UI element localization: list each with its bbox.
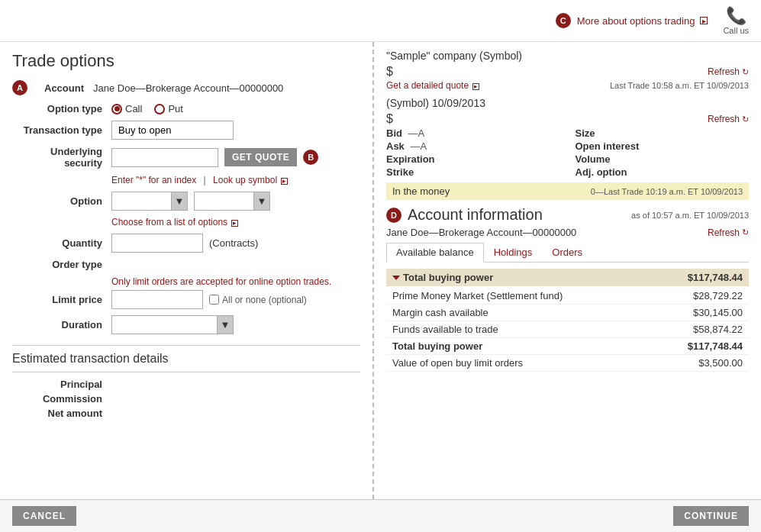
account-label: Account xyxy=(32,82,93,94)
quantity-input[interactable] xyxy=(111,234,203,253)
size-label: Size xyxy=(576,127,595,139)
order-type-row: Order type xyxy=(12,259,360,270)
commission-row: Commission xyxy=(12,393,360,405)
underlying-label: Underlying security xyxy=(12,146,111,169)
top-bar: C More about options trading ▸ 📞 Call us xyxy=(0,0,761,42)
balance-table: Total buying power $117,748.44 Prime Mon… xyxy=(386,269,749,372)
all-or-none-label[interactable]: All or none (optional) xyxy=(209,295,307,305)
cancel-button[interactable]: CANCEL xyxy=(12,506,76,526)
account-name: Jane Doe—Brokerage Account—00000000 xyxy=(386,227,576,238)
balance-label-0: Prime Money Market (Settlement fund) xyxy=(392,290,563,301)
footer-bar: CANCEL CONTINUE xyxy=(0,499,761,532)
bid-value: —A xyxy=(408,127,425,139)
all-or-none-checkbox[interactable] xyxy=(209,295,219,305)
left-panel: Trade options A Account Jane Doe—Brokera… xyxy=(0,42,374,499)
refresh-icon-1: ↻ xyxy=(742,67,749,77)
quantity-label: Quantity xyxy=(12,237,111,249)
duration-select[interactable]: Day Good till canceled xyxy=(111,315,234,334)
choose-options-link[interactable]: Choose from a list of options ▸ xyxy=(111,217,360,227)
adj-option-label: Adj. option xyxy=(576,166,627,178)
quote-link-row: Get a detailed quote ▸ Last Trade 10:58 … xyxy=(386,80,749,91)
more-about-link[interactable]: C More about options trading ▸ xyxy=(556,13,708,28)
enter-hint-link[interactable]: Enter "*" for an index xyxy=(111,175,199,185)
choose-options-icon: ▸ xyxy=(231,220,238,227)
continue-button[interactable]: CONTINUE xyxy=(673,506,749,526)
bid-row: Bid —A xyxy=(386,127,560,139)
refresh-link-3[interactable]: Refresh ↻ xyxy=(708,227,749,238)
transaction-label: Transaction type xyxy=(12,124,111,136)
principal-row: Principal xyxy=(12,379,360,390)
strike-row: Strike xyxy=(386,166,560,178)
account-row: A Account Jane Doe—Brokerage Account—000… xyxy=(12,80,360,95)
balance-label-1: Margin cash available xyxy=(392,307,489,318)
transaction-type-row: Transaction type Buy to open Sell to ope… xyxy=(12,121,360,140)
balance-item-2: Funds available to trade $58,874.22 xyxy=(386,321,749,338)
strike-label: Strike xyxy=(386,166,414,178)
limit-price-row: Limit price All or none (optional) xyxy=(12,290,360,309)
option-select1[interactable] xyxy=(111,192,188,211)
price-dollar-2: $ xyxy=(386,112,393,126)
call-radio[interactable]: Call xyxy=(111,103,142,114)
refresh-icon-2: ↻ xyxy=(742,114,749,124)
duration-label: Duration xyxy=(12,319,111,330)
balance-value-3: $117,748.44 xyxy=(688,340,743,352)
get-quote-button[interactable]: GET QUOTE xyxy=(224,148,297,166)
refresh-link-2[interactable]: Refresh ↻ xyxy=(708,114,749,124)
balance-label-2: Funds available to trade xyxy=(392,324,498,335)
price-row-2: $ Refresh ↻ xyxy=(386,112,749,126)
main-content: Trade options A Account Jane Doe—Brokera… xyxy=(0,42,761,499)
limit-price-input[interactable] xyxy=(111,290,203,309)
lookup-symbol-link[interactable]: Look up symbol ▸ xyxy=(213,175,288,185)
refresh-label-3: Refresh xyxy=(708,227,740,238)
tab-available-balance-label: Available balance xyxy=(396,247,474,258)
in-the-money-label: In the money xyxy=(392,185,450,197)
account-info-section: D Account information as of 10:57 a.m. E… xyxy=(386,206,749,372)
call-us-label: Call us xyxy=(723,26,749,35)
balance-value-4: $3,500.00 xyxy=(698,357,743,369)
call-label: Call xyxy=(125,103,142,114)
price-row-1: $ Refresh ↻ xyxy=(386,65,749,79)
underlying-input-group: GET QUOTE B xyxy=(111,148,318,167)
refresh-link-1[interactable]: Refresh ↻ xyxy=(708,66,749,77)
account-name-row: Jane Doe—Brokerage Account—00000000 Refr… xyxy=(386,227,749,238)
right-panel: "Sample" company (Symbol) $ Refresh ↻ Ge… xyxy=(374,42,761,499)
option-last-trade: 0—Last Trade 10:19 a.m. ET 10/09/2013 xyxy=(591,187,743,196)
page-title: Trade options xyxy=(12,51,360,71)
account-info-time: as of 10:57 a.m. ET 10/09/2013 xyxy=(631,211,749,220)
symbol-date: (Symbol) 10/09/2013 xyxy=(386,97,749,109)
get-detailed-quote-link[interactable]: Get a detailed quote ▸ xyxy=(386,80,479,91)
last-trade-1: Last Trade 10:58 a.m. ET 10/09/2013 xyxy=(610,81,749,90)
refresh-icon-3: ↻ xyxy=(742,227,749,237)
balance-item-4: Value of open buy limit orders $3,500.00 xyxy=(386,355,749,372)
transaction-select[interactable]: Buy to open Sell to open Buy to close Se… xyxy=(111,121,234,140)
put-radio-circle xyxy=(154,104,165,114)
limit-price-label: Limit price xyxy=(12,294,111,305)
circle-c-icon: C xyxy=(556,13,571,28)
total-buying-power-value: $117,748.44 xyxy=(688,272,743,283)
b-badge: B xyxy=(303,150,318,165)
option-selects: ▼ ▼ xyxy=(111,192,270,211)
option-select2[interactable] xyxy=(194,192,270,211)
tabs-row: Available balance Holdings Orders xyxy=(386,243,749,263)
tab-available-balance[interactable]: Available balance xyxy=(386,243,484,263)
balance-header-row: Total buying power $117,748.44 xyxy=(386,269,749,286)
ext-link-icon: ▸ xyxy=(700,17,708,24)
option-details-grid: Bid —A Size Ask —A Open interest Expirat xyxy=(386,127,749,178)
put-radio[interactable]: Put xyxy=(154,103,183,114)
balance-item-3: Total buying power $117,748.44 xyxy=(386,338,749,355)
estimated-section: Estimated transaction details Principal … xyxy=(12,345,360,419)
tab-holdings[interactable]: Holdings xyxy=(484,243,543,262)
net-amount-row: Net amount xyxy=(12,408,360,419)
enter-hint-text: Enter "*" for an index xyxy=(111,175,196,185)
adj-option-row: Adj. option xyxy=(576,166,750,178)
d-badge: D xyxy=(386,208,401,223)
more-about-label: More about options trading xyxy=(577,15,695,27)
tab-orders[interactable]: Orders xyxy=(542,243,592,262)
option-select1-wrapper: ▼ xyxy=(111,192,188,211)
balance-value-2: $58,874.22 xyxy=(693,324,743,335)
underlying-input[interactable] xyxy=(111,148,218,167)
pipe-divider: | xyxy=(204,175,206,185)
option-label: Option xyxy=(12,195,111,207)
estimated-title: Estimated transaction details xyxy=(12,352,360,366)
bid-label: Bid xyxy=(386,127,402,139)
